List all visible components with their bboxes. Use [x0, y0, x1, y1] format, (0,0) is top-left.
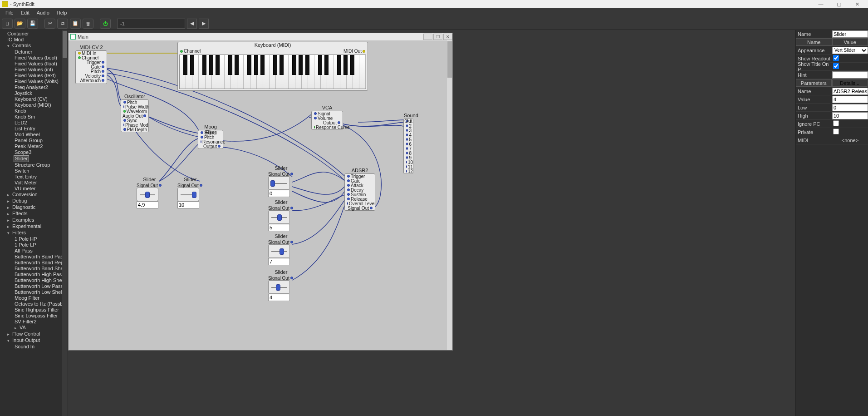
tree-item[interactable]: VA: [1, 325, 67, 331]
pin-out[interactable]: [102, 70, 104, 73]
tree-item[interactable]: Butterworth High Pass: [1, 272, 67, 277]
node-oscillator[interactable]: Oscillator Pitch Pulse Width Waveform Au…: [121, 99, 149, 132]
tree-item[interactable]: 1 Pole LP: [1, 242, 67, 248]
node-slider[interactable]: SliderSignal Out 7: [268, 233, 294, 265]
tree-item[interactable]: Knob: [1, 108, 67, 114]
param-high-input[interactable]: [832, 112, 868, 119]
node-sound-out[interactable]: Sound Out 123456789101112: [403, 119, 413, 174]
tree-item[interactable]: Moog Filter: [1, 295, 67, 301]
tree-item[interactable]: Sinc Lowpass Filter: [1, 313, 67, 319]
tree-item[interactable]: Conversion: [1, 192, 67, 198]
save-button[interactable]: 💾: [27, 19, 38, 29]
node-slider[interactable]: SliderSignal Out 10: [177, 177, 203, 208]
open-button[interactable]: 📂: [15, 19, 25, 29]
node-keyboard[interactable]: Keyboard (MIDI) Channel MIDI Out: [177, 42, 368, 91]
node-moog-filter[interactable]: Moog Filter Signal Pitch Resonance Outpu…: [198, 130, 223, 149]
menu-audio[interactable]: Audio: [33, 9, 53, 16]
show-title-check[interactable]: [833, 63, 839, 69]
tree-item[interactable]: Butterworth Low Pass: [1, 283, 67, 289]
node-vca[interactable]: VCA Signal Volume Output Response Curve: [311, 111, 343, 130]
tree-item[interactable]: Detuner: [1, 49, 67, 55]
new-button[interactable]: 🗋: [2, 19, 13, 29]
pin-in[interactable]: [78, 52, 81, 54]
tree-item[interactable]: Butterworth High Shelf: [1, 277, 67, 283]
tree-item[interactable]: Fixed Values (Volts): [1, 79, 67, 84]
copy-button[interactable]: ⧉: [57, 19, 68, 29]
tree-item[interactable]: Experimental: [1, 223, 67, 230]
tree-item[interactable]: Joystick: [1, 90, 67, 96]
prop-name-input[interactable]: [832, 30, 868, 38]
tree-item[interactable]: Flow Control: [1, 331, 67, 337]
tree-item[interactable]: Fixed Values (int): [1, 67, 67, 73]
slider-readout[interactable]: 5: [268, 224, 290, 231]
midi-value[interactable]: <none>: [832, 138, 868, 143]
pin-out[interactable]: [290, 277, 293, 279]
pin-in[interactable]: [78, 56, 81, 59]
slider-readout[interactable]: 4.9: [137, 201, 158, 208]
patch-canvas[interactable]: MIDI-CV 2 MIDI In Channel Trigger Gate P…: [69, 40, 452, 350]
minimize-button[interactable]: —: [812, 0, 830, 8]
node-slider[interactable]: SliderSignal Out 5: [268, 199, 294, 231]
details-button[interactable]: Details...: [832, 79, 868, 87]
delete-button[interactable]: 🗑: [83, 19, 93, 29]
tree-item[interactable]: Text Entry: [1, 174, 67, 180]
tree-item[interactable]: Butterworth Band Reject: [1, 260, 67, 266]
power-button[interactable]: ⏻: [100, 19, 111, 29]
slider-body[interactable]: [177, 188, 199, 201]
pin-out[interactable]: [102, 61, 104, 64]
tree-item[interactable]: Keyboard (CV): [1, 96, 67, 102]
pin-out[interactable]: [290, 173, 293, 175]
pin-out[interactable]: [290, 241, 293, 243]
preset-field[interactable]: -1: [117, 19, 185, 29]
slider-body[interactable]: [268, 244, 290, 258]
tree-item[interactable]: Diagnostic: [1, 204, 67, 211]
tree-item[interactable]: Slider: [14, 155, 29, 162]
node-adsr2[interactable]: ADSR2 Trigger Gate Attack Decay Sustain …: [344, 173, 375, 211]
tree-item[interactable]: Fixed Values (bool): [1, 55, 67, 61]
tree-item[interactable]: Input-Output: [1, 337, 67, 344]
slider-body[interactable]: [137, 188, 158, 201]
mdi-close[interactable]: ✕: [443, 34, 452, 40]
tree-item[interactable]: Sinc Highpass Filter: [1, 307, 67, 313]
param-name-input[interactable]: [832, 88, 868, 95]
slider-body[interactable]: [268, 176, 290, 190]
maximize-button[interactable]: ▢: [830, 0, 848, 8]
tree-item[interactable]: Octaves to Hz (Passband): [1, 301, 67, 307]
slider-body[interactable]: [268, 210, 290, 224]
tree-item[interactable]: Butterworth Band Pass: [1, 254, 67, 260]
pin-out[interactable]: [159, 184, 162, 187]
node-slider[interactable]: SliderSignal Out 4: [268, 269, 294, 301]
tree-item[interactable]: List Entry: [1, 126, 67, 132]
canvas-scrollbar[interactable]: [447, 40, 452, 350]
tree-scrollbar[interactable]: [62, 30, 68, 416]
tree-item[interactable]: Effects: [1, 211, 67, 217]
tree-item[interactable]: Butterworth Low Shelf: [1, 289, 67, 295]
tree-item[interactable]: Volt Meter: [1, 180, 67, 186]
slider-readout[interactable]: 4: [268, 294, 290, 301]
tree-item[interactable]: Peak Meter2: [1, 144, 67, 149]
param-value-input[interactable]: [832, 96, 868, 103]
tree-item[interactable]: Sound In: [1, 344, 67, 350]
param-low-input[interactable]: [832, 104, 868, 111]
ignore-pc-check[interactable]: [833, 120, 839, 126]
tree-item[interactable]: All Pass: [1, 248, 67, 254]
tree-item[interactable]: Controls: [1, 43, 67, 49]
tree-item[interactable]: LED2: [1, 120, 67, 126]
tree-item[interactable]: Keyboard (MIDI): [1, 102, 67, 108]
tree-item[interactable]: Butterworth Band Shelf: [1, 266, 67, 272]
module-tree[interactable]: ContainerIO ModControlsDetunerFixed Valu…: [0, 30, 68, 416]
mdi-window[interactable]: Main — ❐ ✕: [68, 33, 453, 351]
tree-item[interactable]: Structure Group: [1, 162, 67, 168]
pin-out[interactable]: [290, 207, 293, 209]
show-readout-check[interactable]: [833, 55, 839, 61]
slider-body[interactable]: [268, 280, 290, 294]
tree-item[interactable]: Debug: [1, 198, 67, 204]
pin-out[interactable]: [102, 79, 104, 82]
pin-out[interactable]: [102, 65, 104, 68]
mdi-titlebar[interactable]: Main — ❐ ✕: [69, 33, 452, 40]
preset-prev-button[interactable]: ◀: [187, 19, 197, 29]
hint-input[interactable]: [832, 71, 868, 79]
tree-item[interactable]: Mod Wheel: [1, 132, 67, 138]
node-slider[interactable]: SliderSignal Out 4.9: [137, 177, 162, 208]
tree-item[interactable]: Examples: [1, 217, 67, 223]
